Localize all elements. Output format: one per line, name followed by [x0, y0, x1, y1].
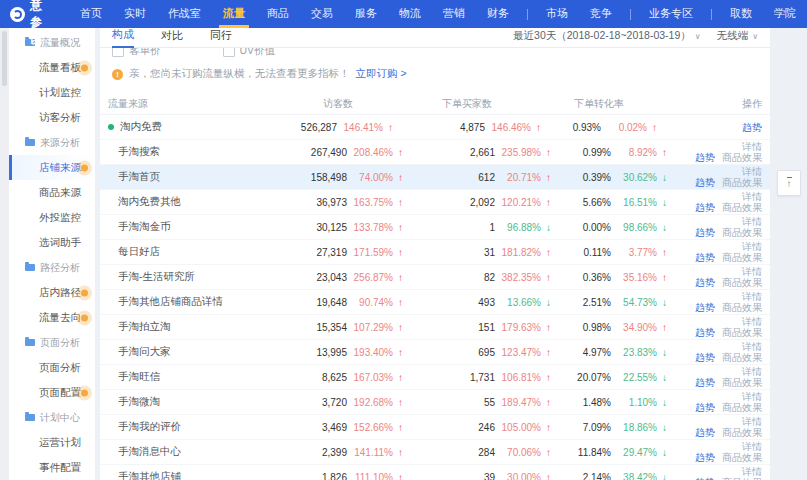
- folder-icon: [25, 139, 35, 146]
- detail-link[interactable]: 详情: [742, 141, 762, 152]
- metric-checkbox-1[interactable]: UV价值: [223, 48, 276, 58]
- back-to-top-button[interactable]: ↑: [777, 170, 801, 196]
- detail-link[interactable]: 详情: [742, 341, 762, 352]
- sidebar-item-访客分析[interactable]: 访客分析: [9, 105, 95, 130]
- trend-link[interactable]: 趋势: [742, 122, 762, 133]
- trend-link[interactable]: 趋势: [695, 377, 715, 388]
- item-effect-link[interactable]: 商品效果: [722, 152, 762, 163]
- trend-link[interactable]: 趋势: [695, 252, 715, 263]
- nav-item-4[interactable]: 商品: [256, 0, 300, 28]
- nav-item-13[interactable]: 取数: [719, 0, 763, 28]
- visitors-cell: 3,469152.66%↑: [293, 422, 403, 433]
- tab-同行[interactable]: 同行: [210, 28, 232, 47]
- sidebar-item-商品来源[interactable]: 商品来源: [9, 180, 95, 205]
- up-arrow-icon: ↑: [541, 247, 551, 258]
- date-range-selector[interactable]: 最近30天（2018-02-18~2018-03-19） ∨: [513, 29, 701, 43]
- detail-link[interactable]: 详情: [742, 216, 762, 227]
- trend-link[interactable]: 趋势: [695, 327, 715, 338]
- app-logo[interactable]: 生意参谋: [10, 0, 45, 48]
- trend-link[interactable]: 趋势: [695, 352, 715, 363]
- metric-value: 2.14%: [583, 472, 611, 480]
- item-effect-link[interactable]: 商品效果: [722, 452, 762, 463]
- terminal-selector[interactable]: 无线端 ∨: [717, 29, 758, 43]
- item-effect-link[interactable]: 商品效果: [722, 327, 762, 338]
- nav-item-8[interactable]: 营销: [432, 0, 476, 28]
- detail-link[interactable]: 详情: [742, 441, 762, 452]
- item-effect-link[interactable]: 商品效果: [722, 302, 762, 313]
- trend-link[interactable]: 趋势: [695, 227, 715, 238]
- trend-link[interactable]: 趋势: [695, 177, 715, 188]
- detail-link[interactable]: 详情: [742, 316, 762, 327]
- sidebar-item-事件配置[interactable]: 事件配置: [9, 455, 95, 480]
- nav-item-0[interactable]: 首页: [69, 0, 113, 28]
- source-name-cell: 手淘问大家: [108, 345, 293, 359]
- sidebar-item-计划监控[interactable]: 计划监控: [9, 80, 95, 105]
- buyers-cell: 28470.06%↑: [403, 447, 551, 458]
- sidebar-item-店内路径[interactable]: 店内路径: [9, 280, 95, 305]
- visitors-cell: 36,973163.75%↑: [293, 197, 403, 208]
- item-effect-link[interactable]: 商品效果: [722, 427, 762, 438]
- detail-link[interactable]: 详情: [742, 241, 762, 252]
- metric-value: 1,826: [322, 472, 347, 480]
- sidebar-item-页面分析[interactable]: 页面分析: [9, 355, 95, 380]
- nav-item-6[interactable]: 服务: [344, 0, 388, 28]
- nav-item-14[interactable]: 学院: [763, 0, 807, 28]
- nav-item-5[interactable]: 交易: [300, 0, 344, 28]
- item-effect-link[interactable]: 商品效果: [722, 277, 762, 288]
- metric-checkbox-0[interactable]: 客单价: [112, 48, 161, 58]
- sidebar-item-运营计划[interactable]: 运营计划: [9, 430, 95, 455]
- folder-icon: [25, 264, 35, 271]
- detail-link[interactable]: 详情: [742, 416, 762, 427]
- trend-link[interactable]: 趋势: [695, 277, 715, 288]
- sidebar-item-流量看板[interactable]: 流量看板: [9, 55, 95, 80]
- item-effect-link[interactable]: 商品效果: [722, 227, 762, 238]
- source-name: 手淘-生活研究所: [118, 270, 195, 284]
- item-effect-link[interactable]: 商品效果: [722, 377, 762, 388]
- sidebar-item-选词助手[interactable]: 选词助手: [9, 230, 95, 255]
- sidebar-item-页面配置[interactable]: 页面配置: [9, 380, 95, 405]
- nav-item-9[interactable]: 财务: [476, 0, 520, 28]
- nav-item-1[interactable]: 实时: [113, 0, 157, 28]
- trend-link[interactable]: 趋势: [695, 302, 715, 313]
- sidebar-scrollbar-thumb[interactable]: [2, 31, 7, 86]
- nav-item-3[interactable]: 流量: [212, 0, 256, 28]
- item-effect-link[interactable]: 商品效果: [722, 202, 762, 213]
- detail-link[interactable]: 详情: [742, 466, 762, 477]
- tab-对比[interactable]: 对比: [161, 28, 183, 47]
- sidebar-nav: 流量概况流量看板计划监控访客分析来源分析店铺来源商品来源外投监控选词助手路径分析…: [9, 30, 95, 480]
- trend-link[interactable]: 趋势: [695, 452, 715, 463]
- source-name: 手淘我的评价: [118, 420, 181, 434]
- item-effect-link[interactable]: 商品效果: [722, 402, 762, 413]
- nav-item-2[interactable]: 作战室: [157, 0, 212, 28]
- detail-link[interactable]: 详情: [742, 391, 762, 402]
- detail-link[interactable]: 详情: [742, 366, 762, 377]
- metric-change: 141.11%: [347, 447, 393, 458]
- detail-link[interactable]: 详情: [742, 166, 762, 177]
- subscribe-link[interactable]: 立即订购 >: [356, 67, 407, 81]
- item-effect-link[interactable]: 商品效果: [722, 177, 762, 188]
- source-name: 淘内免费: [120, 120, 162, 134]
- trend-link[interactable]: 趋势: [695, 427, 715, 438]
- nav-item-7[interactable]: 物流: [388, 0, 432, 28]
- trend-link[interactable]: 趋势: [695, 402, 715, 413]
- detail-link[interactable]: 详情: [742, 191, 762, 202]
- content-card: 构成对比同行 最近30天（2018-02-18~2018-03-19） ∨ 无线…: [100, 28, 770, 480]
- sidebar-item-店铺来源[interactable]: 店铺来源: [9, 155, 95, 180]
- item-effect-link[interactable]: 商品效果: [722, 352, 762, 363]
- conversion-cell: 0.98%34.90%↑: [551, 322, 667, 333]
- item-effect-link[interactable]: 商品效果: [722, 252, 762, 263]
- tab-构成[interactable]: 构成: [112, 28, 134, 48]
- visitors-cell: 27,319171.59%↑: [293, 247, 403, 258]
- nav-item-12[interactable]: 业务专区: [638, 0, 704, 28]
- sidebar-group-header: 计划中心: [9, 405, 95, 430]
- trend-link[interactable]: 趋势: [695, 152, 715, 163]
- trend-link[interactable]: 趋势: [695, 202, 715, 213]
- sidebar-item-流量去向[interactable]: 流量去向: [9, 305, 95, 330]
- detail-link[interactable]: 详情: [742, 266, 762, 277]
- sidebar-item-外投监控[interactable]: 外投监控: [9, 205, 95, 230]
- source-name: 淘内免费其他: [118, 195, 181, 209]
- detail-link[interactable]: 详情: [742, 291, 762, 302]
- sidebar-item-label: 外投监控: [39, 211, 81, 225]
- nav-item-10[interactable]: 市场: [535, 0, 579, 28]
- nav-item-11[interactable]: 竞争: [579, 0, 623, 28]
